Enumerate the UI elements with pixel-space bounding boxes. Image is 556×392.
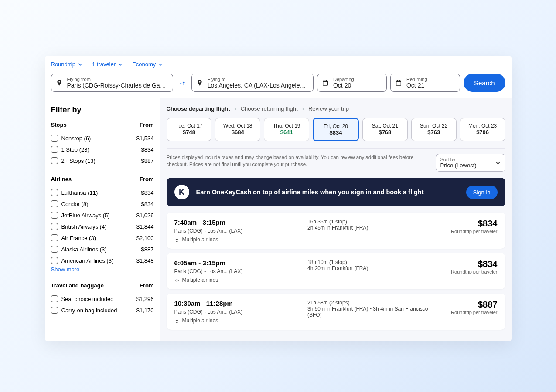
- filter-checkbox-label[interactable]: Alaska Airlines (3): [51, 246, 107, 253]
- checkbox-icon[interactable]: [51, 257, 58, 264]
- show-more-link[interactable]: Show more: [51, 266, 154, 273]
- filter-item-label: British Airways (4): [61, 223, 107, 230]
- date-card-date: Sun, Oct 22: [413, 123, 454, 129]
- date-card-date: Tue, Oct 17: [169, 123, 210, 129]
- price-disclaimer: Prices displayed include taxes and may c…: [167, 154, 430, 168]
- filter-checkbox-label[interactable]: Air France (3): [51, 234, 96, 241]
- filter-item-price: $1,534: [136, 135, 154, 142]
- date-card[interactable]: Mon, Oct 23$706: [460, 118, 505, 141]
- checkbox-icon[interactable]: [51, 157, 58, 164]
- checkbox-icon[interactable]: [51, 146, 58, 153]
- checkbox-icon[interactable]: [51, 295, 58, 302]
- airlines-title: Airlines: [51, 176, 72, 182]
- date-card[interactable]: Tue, Oct 17$748: [167, 118, 212, 141]
- filter-checkbox-label[interactable]: Condor (8): [51, 200, 89, 207]
- travel-title: Travel and baggage: [51, 282, 104, 289]
- checkbox-icon[interactable]: [51, 200, 58, 207]
- flight-price-label: Roundtrip per traveler: [441, 310, 498, 315]
- filter-row: British Airways (4)$1,844: [51, 221, 154, 232]
- filter-row: Alaska Airlines (3)$887: [51, 243, 154, 255]
- filter-checkbox-label[interactable]: JetBlue Airways (5): [51, 212, 110, 219]
- travelers-selector[interactable]: 1 traveler: [92, 59, 123, 69]
- checkbox-icon[interactable]: [51, 212, 58, 219]
- trip-type-selector[interactable]: Roundtrip: [51, 59, 82, 69]
- filter-item-price: $887: [141, 246, 154, 253]
- checkbox-icon[interactable]: [51, 234, 58, 241]
- plane-icon: [174, 237, 180, 242]
- date-card-price: $763: [413, 129, 454, 135]
- filter-group-travel: Travel and baggageFrom Seat choice inclu…: [51, 282, 154, 316]
- from-label: From: [140, 122, 154, 128]
- cabin-selector[interactable]: Economy: [132, 59, 163, 69]
- filter-checkbox-label[interactable]: Carry-on bag included: [51, 307, 117, 314]
- filter-item-label: American Airlines (3): [61, 257, 114, 264]
- stops-title: Stops: [51, 122, 67, 128]
- date-card-date: Sat, Oct 21: [365, 123, 406, 129]
- chevron-down-icon: [158, 62, 163, 67]
- filter-item-price: $1,296: [136, 296, 154, 302]
- flight-layover: 2h 45m in Frankfurt (FRA): [307, 225, 433, 231]
- airlines-list: Lufthansa (11)$834Condor (8)$834JetBlue …: [51, 187, 154, 266]
- flight-card[interactable]: 7:40am - 3:15pmParis (CDG) - Los An... (…: [167, 213, 505, 249]
- sort-selector[interactable]: Sort by Price (Lowest): [436, 154, 505, 172]
- checkbox-icon[interactable]: [51, 223, 58, 230]
- from-field[interactable]: Flying from Paris (CDG-Roissy-Charles de…: [51, 74, 173, 92]
- from-label: From: [140, 176, 154, 182]
- filter-checkbox-label[interactable]: American Airlines (3): [51, 257, 114, 264]
- filter-row: Nonstop (6)$1,534: [51, 132, 154, 144]
- from-value: Paris (CDG-Roissy-Charles de Gaulle): [67, 82, 168, 89]
- flight-route: Paris (CDG) - Los An... (LAX): [174, 309, 300, 315]
- filter-checkbox-label[interactable]: Seat choice included: [51, 295, 114, 302]
- flight-time: 10:30am - 11:28pm: [174, 300, 300, 307]
- filter-item-price: $1,844: [136, 223, 154, 230]
- location-icon: [196, 79, 203, 86]
- onekey-logo-icon: K: [174, 185, 189, 199]
- filter-item-price: $2,100: [136, 235, 154, 241]
- filter-item-price: $1,848: [136, 257, 154, 264]
- signin-banner: K Earn OneKeyCash on top of airline mile…: [167, 178, 505, 206]
- search-row: Flying from Paris (CDG-Roissy-Charles de…: [45, 69, 512, 98]
- departing-field[interactable]: Departing Oct 20: [317, 74, 387, 92]
- flight-list: 7:40am - 3:15pmParis (CDG) - Los An... (…: [167, 213, 505, 330]
- flight-price: $834: [441, 259, 498, 269]
- filter-item-price: $834: [141, 201, 154, 207]
- checkbox-icon[interactable]: [51, 307, 58, 314]
- flight-card[interactable]: 10:30am - 11:28pmParis (CDG) - Los An...…: [167, 294, 505, 330]
- filter-checkbox-label[interactable]: Nonstop (6): [51, 135, 91, 142]
- filter-group-stops: StopsFrom Nonstop (6)$1,5341 Stop (23)$8…: [51, 122, 154, 166]
- to-field[interactable]: Flying to Los Angeles, CA (LAX-Los Angel…: [191, 74, 314, 92]
- step-next[interactable]: Choose returning flight: [241, 105, 298, 112]
- date-card[interactable]: Wed, Oct 18$684: [215, 118, 260, 141]
- checkbox-icon[interactable]: [51, 246, 58, 253]
- step-last[interactable]: Review your trip: [308, 105, 349, 112]
- checkbox-icon[interactable]: [51, 135, 58, 142]
- filter-item-label: Carry-on bag included: [61, 307, 117, 314]
- filter-checkbox-label[interactable]: 2+ Stops (13): [51, 157, 96, 164]
- flight-card[interactable]: 6:05am - 3:15pmParis (CDG) - Los An... (…: [167, 253, 505, 289]
- filter-checkbox-label[interactable]: British Airways (4): [51, 223, 107, 230]
- swap-button[interactable]: [177, 74, 188, 92]
- filter-checkbox-label[interactable]: 1 Stop (23): [51, 146, 89, 153]
- date-card[interactable]: Thu, Oct 19$641: [264, 118, 309, 141]
- returning-label: Returning: [406, 77, 455, 82]
- returning-field[interactable]: Returning Oct 21: [390, 74, 460, 92]
- date-card[interactable]: Sat, Oct 21$768: [362, 118, 408, 141]
- date-card[interactable]: Fri, Oct 20$834: [313, 118, 359, 141]
- filter-row: Seat choice included$1,296: [51, 293, 154, 304]
- filter-checkbox-label[interactable]: Lufthansa (11): [51, 189, 98, 196]
- filter-item-price: $834: [141, 146, 154, 153]
- checkbox-icon[interactable]: [51, 189, 58, 196]
- flight-price: $887: [441, 300, 498, 310]
- signin-button[interactable]: Sign in: [466, 186, 498, 199]
- from-label: From: [140, 282, 154, 289]
- date-card-price: $748: [169, 129, 210, 135]
- to-value: Los Angeles, CA (LAX-Los Angeles I...: [208, 82, 309, 89]
- flight-time: 7:40am - 3:15pm: [174, 219, 300, 226]
- filter-row: 1 Stop (23)$834: [51, 144, 154, 155]
- flight-airline: Multiple airlines: [174, 318, 300, 324]
- date-card[interactable]: Sun, Oct 22$763: [411, 118, 457, 141]
- search-button[interactable]: Search: [464, 74, 505, 92]
- filter-item-label: Lufthansa (11): [61, 189, 98, 196]
- date-card-price: $684: [217, 129, 258, 135]
- filter-item-price: $887: [141, 158, 154, 164]
